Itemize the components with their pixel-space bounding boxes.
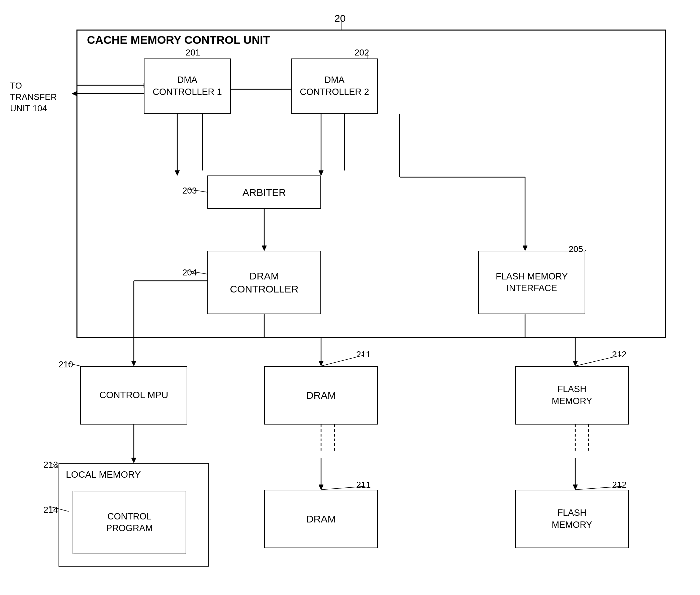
local-memory-box: LOCAL MEMORY CONTROL PROGRAM [58,463,209,567]
dram2-label: DRAM [306,512,336,526]
dma-controller-1-box: DMA CONTROLLER 1 [144,58,231,114]
cache-memory-title: CACHE MEMORY CONTROL UNIT [87,33,270,47]
svg-marker-26 [319,361,323,366]
flash2-label: FLASH MEMORY [551,507,592,531]
dram-controller-label: DRAM CONTROLLER [230,270,298,295]
ref-210: 210 [58,359,73,370]
dma-controller-2-box: DMA CONTROLLER 2 [291,58,378,114]
ref-205: 205 [569,244,583,254]
control-mpu-label: CONTROL MPU [99,389,168,401]
flash-if-label: FLASH MEMORY INTERFACE [496,271,568,294]
local-memory-label: LOCAL MEMORY [62,467,141,481]
ref-212a: 212 [612,349,626,360]
dma1-label: DMA CONTROLLER 1 [153,74,222,97]
flash-memory-box-2: FLASH MEMORY [515,490,629,548]
svg-marker-4 [72,91,77,96]
ref-212b: 212 [612,480,626,490]
svg-marker-13 [319,170,323,175]
ref-211b: 211 [356,480,371,490]
ref-202: 202 [354,48,369,58]
ref-211a: 211 [356,349,371,360]
dma2-label: DMA CONTROLLER 2 [300,74,369,97]
svg-marker-39 [319,485,323,490]
ref-20: 20 [334,13,346,24]
ref-203: 203 [182,186,197,196]
svg-marker-9 [175,170,180,175]
svg-marker-30 [573,361,577,366]
ref-213: 213 [44,460,58,470]
flash-memory-interface-box: FLASH MEMORY INTERFACE [478,251,585,314]
control-prog-label: CONTROL PROGRAM [106,511,153,534]
svg-marker-33 [131,361,136,366]
control-program-box: CONTROL PROGRAM [73,491,186,554]
svg-marker-18 [262,246,267,251]
ref-204: 204 [182,267,197,278]
dram-controller-box: DRAM CONTROLLER [207,251,321,314]
ref-214: 214 [44,505,58,515]
svg-marker-22 [523,246,528,251]
flash1-label: FLASH MEMORY [551,384,592,407]
dram1-label: DRAM [306,389,336,402]
diagram: CACHE MEMORY CONTROL UNIT 20 TO TRANSFER… [0,0,700,595]
dram-box-2: DRAM [264,490,378,548]
dram-box-1: DRAM [264,366,378,425]
arbiter-box: ARBITER [207,175,321,209]
control-mpu-box: CONTROL MPU [80,366,187,425]
flash-memory-box-1: FLASH MEMORY [515,366,629,425]
ref-201: 201 [186,48,200,58]
arbiter-label: ARBITER [242,186,286,199]
svg-marker-43 [573,485,577,490]
transfer-unit-label: TO TRANSFER UNIT 104 [10,80,70,114]
svg-marker-35 [131,458,136,463]
